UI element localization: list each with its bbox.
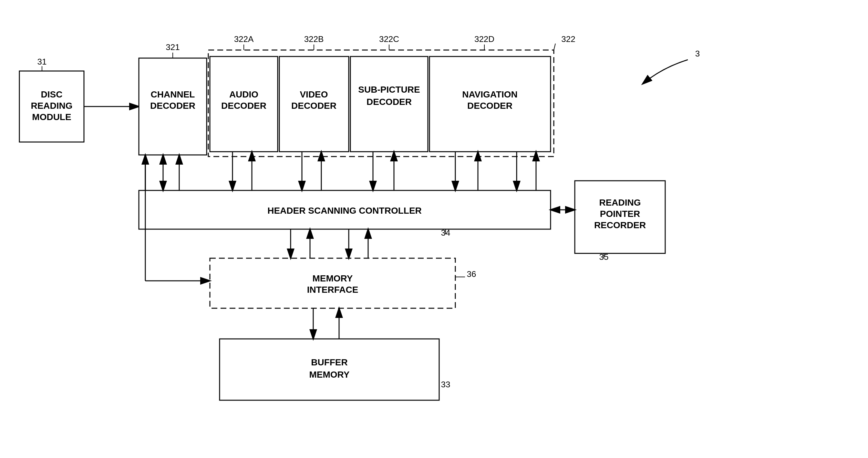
ref-31: 31 bbox=[37, 57, 47, 66]
video-decoder-label2: DECODER bbox=[291, 101, 337, 111]
buffer-memory-label2: MEMORY bbox=[309, 369, 350, 380]
ref-321: 321 bbox=[166, 42, 180, 52]
disc-reading-module-label3: MODULE bbox=[32, 112, 71, 122]
channel-decoder-label2: DECODER bbox=[150, 101, 195, 111]
audio-decoder-label2: DECODER bbox=[221, 101, 267, 111]
ref-33: 33 bbox=[441, 380, 451, 389]
ref-322: 322 bbox=[561, 34, 575, 44]
ref-36: 36 bbox=[467, 269, 476, 279]
ref-322B: 322B bbox=[304, 34, 324, 44]
ref-322A: 322A bbox=[234, 34, 254, 44]
reading-pointer-recorder-label2: POINTER bbox=[600, 209, 640, 219]
header-scanning-controller-label: HEADER SCANNING CONTROLLER bbox=[268, 206, 422, 216]
diagram-container: DISC READING MODULE 31 CHANNEL DECODER 3… bbox=[0, 0, 868, 458]
video-decoder-label1: VIDEO bbox=[300, 89, 328, 99]
audio-decoder-label1: AUDIO bbox=[229, 89, 258, 99]
ref-3: 3 bbox=[695, 49, 700, 58]
disc-reading-module-label1: DISC bbox=[41, 89, 63, 99]
reading-pointer-recorder-label1: READING bbox=[599, 198, 641, 207]
ref-322C: 322C bbox=[379, 34, 399, 44]
memory-interface-label2: INTERFACE bbox=[307, 285, 359, 295]
ref-322D: 322D bbox=[474, 34, 494, 44]
memory-interface-label1: MEMORY bbox=[313, 273, 353, 283]
reading-pointer-recorder-label3: RECORDER bbox=[594, 220, 646, 230]
disc-reading-module-label2: READING bbox=[31, 101, 72, 111]
buffer-memory-label1: BUFFER bbox=[311, 357, 348, 367]
sub-picture-decoder-label2: DECODER bbox=[367, 97, 412, 107]
navigation-decoder-label2: DECODER bbox=[467, 101, 513, 111]
channel-decoder-label1: CHANNEL bbox=[151, 89, 195, 99]
navigation-decoder-label1: NAVIGATION bbox=[462, 89, 518, 99]
sub-picture-decoder-label1: SUB-PICTURE bbox=[358, 85, 420, 95]
